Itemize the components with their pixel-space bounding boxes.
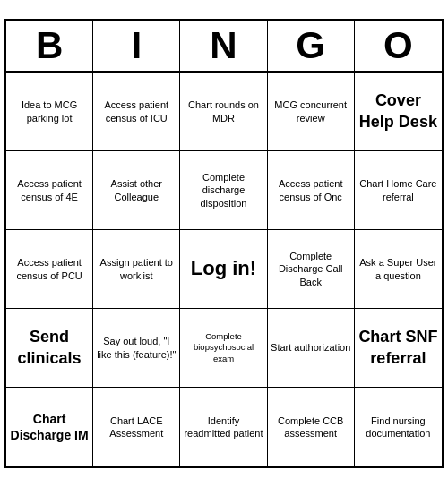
bingo-cell-9: Chart Home Care referral: [355, 151, 442, 230]
bingo-cell-18: Start authorization: [268, 309, 355, 388]
bingo-cell-17: Complete biopsychosocial exam: [180, 309, 267, 388]
bingo-letter-i: I: [93, 21, 180, 71]
bingo-cell-12: Log in!: [180, 230, 267, 309]
bingo-card: BINGO Idea to MCG parking lotAccess pati…: [4, 19, 444, 468]
bingo-cell-23: Complete CCB assessment: [268, 388, 355, 466]
bingo-letter-g: G: [268, 21, 355, 71]
bingo-cell-22: Identify readmitted patient: [180, 388, 267, 466]
bingo-letter-o: O: [355, 21, 442, 71]
bingo-grid: Idea to MCG parking lotAccess patient ce…: [6, 73, 442, 466]
bingo-cell-21: Chart LACE Assessment: [93, 388, 180, 466]
bingo-cell-0: Idea to MCG parking lot: [6, 73, 93, 151]
bingo-cell-19: Chart SNF referral: [355, 309, 442, 388]
bingo-cell-10: Access patient census of PCU: [6, 230, 93, 309]
bingo-cell-11: Assign patient to worklist: [93, 230, 180, 309]
bingo-cell-8: Access patient census of Onc: [268, 151, 355, 230]
bingo-cell-4: Cover Help Desk: [355, 73, 442, 151]
bingo-cell-5: Access patient census of 4E: [6, 151, 93, 230]
bingo-cell-24: Find nursing documentation: [355, 388, 442, 466]
bingo-cell-14: Ask a Super User a question: [355, 230, 442, 309]
bingo-cell-15: Send clinicals: [6, 309, 93, 388]
bingo-cell-20: Chart Discharge IM: [6, 388, 93, 466]
bingo-cell-2: Chart rounds on MDR: [180, 73, 267, 151]
bingo-cell-3: MCG concurrent review: [268, 73, 355, 151]
bingo-cell-6: Assist other Colleague: [93, 151, 180, 230]
bingo-cell-16: Say out loud, "I like this (feature)!": [93, 309, 180, 388]
bingo-cell-7: Complete discharge disposition: [180, 151, 267, 230]
bingo-header: BINGO: [6, 21, 442, 73]
bingo-letter-n: N: [180, 21, 267, 71]
bingo-letter-b: B: [6, 21, 93, 71]
bingo-cell-13: Complete Discharge Call Back: [268, 230, 355, 309]
bingo-cell-1: Access patient census of ICU: [93, 73, 180, 151]
